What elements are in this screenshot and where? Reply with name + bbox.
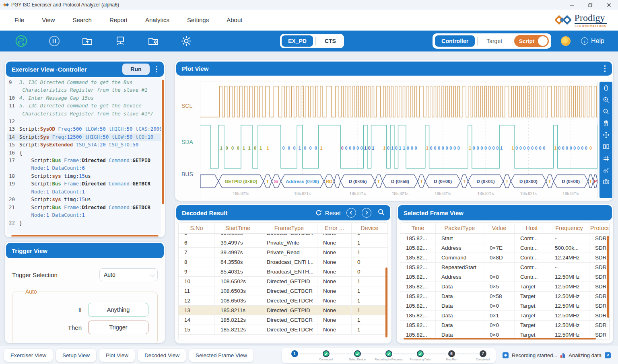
code-line[interactable]: Characteristics Register from the slave … [7,110,161,118]
column-header[interactable]: Protocol [589,223,610,233]
table-row[interactable]: 185.82...Address0×7EContr...500.00k...SD… [400,243,610,253]
view-tab-setup-view[interactable]: Setup View [56,349,96,362]
grid-icon[interactable] [602,155,610,162]
code-line[interactable]: 12 [7,118,161,125]
bus-frame[interactable] [334,175,341,187]
flow-icon[interactable] [15,35,27,47]
camera-icon[interactable] [602,178,610,185]
close-button[interactable] [599,0,618,10]
menu-item-view[interactable]: View [42,16,55,23]
script-toggle[interactable]: Script [514,35,549,47]
table-row[interactable]: 185.82...Data0×5Target12.50MHzSDR [400,282,610,292]
trend-icon[interactable] [602,167,610,174]
column-header[interactable]: Error ... [317,223,352,233]
script-editor[interactable]: 93. I3C Directed Command to get the Bus … [7,78,161,234]
monitor-network-icon[interactable] [114,35,126,47]
search-icon[interactable] [378,209,385,217]
column-header[interactable]: Value [484,223,515,233]
column-header[interactable]: Host [515,223,549,233]
table-row[interactable]: 15185.8212sDirected_GETDCRNone1 [179,325,388,335]
run-button[interactable]: Run [122,64,149,75]
view-tab-selected-frame-view[interactable]: Selected Frame View [189,349,253,362]
table-row[interactable]: 185.82...Data0×1Target12.50MHzSDR [400,311,610,321]
mode-button-cts[interactable]: CTS [318,35,342,47]
editor-vscrollbar[interactable] [162,80,164,204]
code-line[interactable]: 19 Script:Bus Frame:Directed Command:GET… [7,180,161,188]
mouse-icon[interactable] [602,85,610,92]
table-row[interactable]: 14185.8212sDirected_GETBCRNone1 [179,315,388,325]
role-button-controller[interactable]: Controller [435,35,475,47]
then-action-button[interactable]: Trigger [88,321,148,334]
view-tab-plot-view[interactable]: Plot View [99,349,135,362]
waveform-area[interactable]: 185.821s185.821s185.821s185.821s185.821s… [200,82,598,198]
column-header[interactable]: Frequency [549,223,589,233]
selframe-vscrollbar[interactable] [607,236,609,318]
table-row[interactable]: 185.82...Data0×58Target12.50MHzSDR [400,292,610,301]
code-line[interactable]: 115. I3C Directed command to get the Dev… [7,102,161,110]
if-condition-button[interactable]: Anything [88,303,148,317]
code-line[interactable]: 20 Script:sys timg:15us [7,196,161,204]
reset-button[interactable]: Reset [315,210,341,216]
code-line[interactable]: 15Script:SysExtended tSU_STA:20 tSU_STO:… [7,141,161,149]
table-row[interactable]: 185.82...Data0×0Target12.50MHzSDR [400,301,610,311]
role-button-target[interactable]: Target [480,35,509,47]
trigger-selection-dropdown[interactable]: Auto [99,268,158,281]
theme-icon[interactable] [561,36,571,46]
bus-frame[interactable] [200,175,218,187]
maximize-button[interactable] [581,0,599,10]
column-header[interactable]: Time [400,223,436,233]
move-icon[interactable] [602,132,610,139]
code-line[interactable]: Node:1 DataCount:1 [7,188,161,196]
table-row[interactable]: 739.4997sPrivate_ReadNone1 [179,248,388,257]
expand-icon[interactable] [605,352,611,358]
minimize-button[interactable] [562,0,581,10]
column-header[interactable]: S.No [179,223,215,233]
column-header[interactable]: FrameType [261,223,317,233]
view-tab-exerciser-view[interactable]: Exerciser View [4,349,53,362]
table-row[interactable]: 864.3558sBroadcast_ENTH...None0 [179,257,388,267]
table-row[interactable]: 185.82...Address0×8Contr...12.50MHzSDR [400,272,610,282]
hand-icon[interactable] [602,120,610,127]
table-row[interactable]: 519.9609sDirected_GETDCRNone1 [179,234,388,238]
menu-item-file[interactable]: File [14,16,24,23]
help-button[interactable]: i Help [581,37,604,45]
next-arrow-icon[interactable] [362,208,371,218]
table-row[interactable]: 12108.6503sDirected_GETDCRNone1 [179,296,388,306]
code-line[interactable]: 18 Script:sys timg:15us [7,173,161,180]
view-tab-decoded-view[interactable]: Decoded View [138,349,186,362]
code-line[interactable]: 14Script:Sys Freq:12500 tHIGH:50 tLOW:50… [7,134,161,141]
code-line[interactable]: 16{ [7,149,161,157]
gear-icon[interactable] [180,35,192,47]
column-header[interactable]: StartTime [215,223,261,233]
menu-item-about[interactable]: About [227,16,242,23]
column-header[interactable]: Device [352,223,388,233]
menu-item-search[interactable]: Search [72,16,92,23]
compare-icon[interactable] [602,143,610,150]
table-row[interactable]: 185.82...Command0×8DContr...12.24MHzSDR [400,253,610,263]
code-line[interactable]: 93. I3C Directed Command to get the Bus [7,79,161,86]
menu-item-analytics[interactable]: Analytics [145,16,169,23]
zoom-out-icon[interactable] [602,108,610,115]
selframe-hscrollbar[interactable] [404,338,596,339]
exerciser-menu-icon[interactable] [155,64,159,74]
code-line[interactable]: 17 Script:Bus Frame:Directed Command:GET… [7,157,161,165]
code-line[interactable]: Characteristics Register from the slave … [7,86,161,94]
table-row[interactable]: 185.82...Data0×0Target12.50MHzSDR [400,321,610,330]
code-line[interactable]: 21 Script:Bus Frame:Directed Command:GET… [7,204,161,212]
code-line[interactable]: 22} [7,219,161,227]
table-row[interactable]: 13185.8211sDirected_GETPIDNone1 [179,306,388,315]
prev-arrow-icon[interactable] [346,208,356,218]
code-line[interactable]: 13Script:SysOD Freq:500 tLOW:50 tHIGH:50… [7,125,161,133]
code-line[interactable]: Node:1 DataCount:6 [7,165,161,172]
menu-item-settings[interactable]: Settings [187,16,209,23]
pause-icon[interactable] [48,35,60,47]
mode-button-expd[interactable]: EX_PD [282,35,313,47]
table-row[interactable]: 185.82...StartContr...-SDR [400,234,610,243]
folder-upload-icon[interactable] [81,35,93,47]
table-row[interactable]: 185.82...RepeatedStartContr...-SDR [400,263,610,272]
folder-pin-icon[interactable] [147,35,159,47]
decoded-vscrollbar[interactable] [385,267,387,338]
table-row[interactable]: 639.4997sPrivate_WriteNone1 [179,238,388,248]
table-row[interactable]: 985.4031sBroadcast_ENTH...None0 [179,267,388,277]
code-line[interactable]: Node:1 DataCount:1 [7,212,161,219]
